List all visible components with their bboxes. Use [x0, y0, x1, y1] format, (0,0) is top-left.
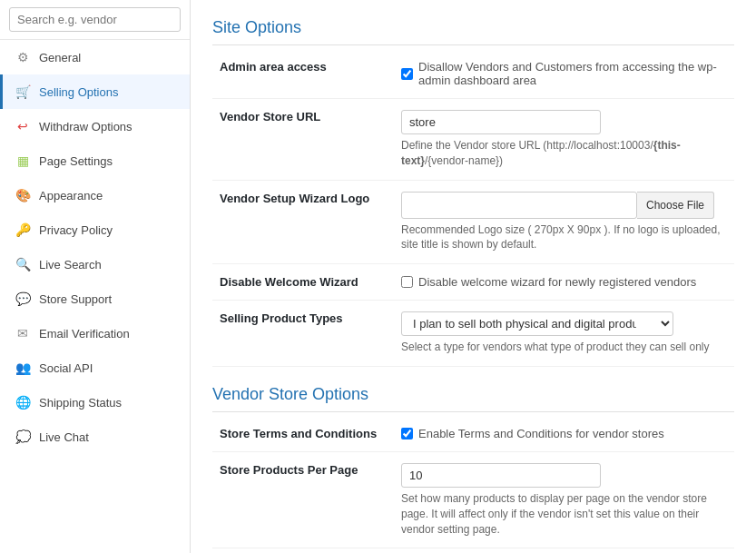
vendor-setup-logo-field: Choose File Recommended Logo size ( 270p…: [394, 180, 734, 264]
main-content: Site Options Admin area access Disallow …: [191, 0, 756, 553]
sidebar-item-label: Withdraw Options: [39, 120, 133, 133]
sidebar-item-general[interactable]: ⚙ General: [0, 40, 190, 74]
store-products-per-page-input[interactable]: [401, 463, 601, 488]
gear-icon: ⚙: [14, 48, 32, 66]
store-products-per-page-help: Set how many products to display per pag…: [401, 491, 727, 537]
choose-file-button[interactable]: Choose File: [637, 192, 714, 219]
sidebar-item-social-api[interactable]: 👥 Social API: [0, 351, 190, 385]
sidebar-item-privacy-policy[interactable]: 🔑 Privacy Policy: [0, 212, 190, 247]
sidebar-item-page-settings[interactable]: ▦ Page Settings: [0, 143, 190, 178]
store-terms-conditions-label: Store Terms and Conditions: [212, 416, 394, 452]
store-terms-checkbox-label: Enable Terms and Conditions for vendor s…: [418, 427, 664, 440]
email-icon: ✉: [14, 324, 32, 342]
vendor-setup-logo-label: Vendor Setup Wizard Logo: [212, 180, 394, 264]
enable-terms-condition-row: Enable Terms and Condition Enable Terms …: [212, 548, 734, 553]
enable-terms-condition-label: Enable Terms and Condition: [212, 548, 394, 553]
enable-terms-condition-field: Enable Terms and Condition check on regi…: [394, 548, 734, 553]
selling-product-types-select[interactable]: I plan to sell both physical and digital…: [401, 311, 673, 336]
disable-welcome-wizard-field: Disable welcome wizard for newly registe…: [394, 264, 734, 301]
sidebar-item-label: Appearance: [39, 189, 103, 202]
store-terms-checkbox[interactable]: [401, 428, 413, 439]
appearance-icon: 🎨: [14, 186, 32, 204]
vendor-store-options-title: Vendor Store Options: [212, 385, 734, 412]
sidebar-item-label: Privacy Policy: [39, 223, 113, 237]
disable-welcome-checkbox-label: Disable welcome wizard for newly registe…: [418, 275, 696, 289]
disable-welcome-checkbox[interactable]: [401, 276, 413, 288]
logo-help: Recommended Logo size ( 270px X 90px ). …: [401, 222, 727, 253]
selling-product-types-label: Selling Product Types: [212, 301, 394, 367]
sidebar-item-label: Store Support: [39, 292, 112, 306]
logo-upload-wrapper: Choose File: [401, 192, 727, 219]
vendor-store-url-row: Vendor Store URL Define the Vendor store…: [212, 99, 734, 181]
disable-welcome-checkbox-row: Disable welcome wizard for newly registe…: [401, 275, 727, 289]
admin-area-checkbox[interactable]: [401, 68, 413, 80]
sidebar-item-live-search[interactable]: 🔍 Live Search: [0, 247, 190, 281]
sidebar-item-label: Page Settings: [39, 154, 113, 168]
sidebar-item-shipping-status[interactable]: 🌐 Shipping Status: [0, 385, 190, 420]
admin-area-checkbox-row: Disallow Vendors and Customers from acce…: [401, 60, 727, 87]
cart-icon: 🛒: [14, 83, 32, 101]
vendor-setup-logo-row: Vendor Setup Wizard Logo Choose File Rec…: [212, 180, 734, 264]
store-products-per-page-field: Set how many products to display per pag…: [394, 451, 734, 548]
vendor-store-url-label: Vendor Store URL: [212, 99, 394, 181]
sidebar: ⚙ General 🛒 Selling Options ↩ Withdraw O…: [0, 0, 191, 553]
store-products-per-page-row: Store Products Per Page Set how many pro…: [212, 451, 734, 548]
privacy-icon: 🔑: [14, 221, 32, 239]
site-options-table: Admin area access Disallow Vendors and C…: [212, 49, 734, 367]
sidebar-item-appearance[interactable]: 🎨 Appearance: [0, 178, 190, 212]
sidebar-item-email-verification[interactable]: ✉ Email Verification: [0, 316, 190, 351]
chat-icon: 💭: [14, 428, 32, 446]
sidebar-item-selling-options[interactable]: 🛒 Selling Options: [0, 74, 190, 109]
selling-product-types-field: I plan to sell both physical and digital…: [394, 301, 734, 367]
store-products-per-page-label: Store Products Per Page: [212, 451, 394, 548]
selling-product-types-row: Selling Product Types I plan to sell bot…: [212, 301, 734, 367]
admin-area-checkbox-label: Disallow Vendors and Customers from acce…: [418, 60, 727, 87]
sidebar-item-label: Selling Options: [39, 85, 118, 99]
disable-welcome-wizard-row: Disable Welcome Wizard Disable welcome w…: [212, 264, 734, 301]
site-options-title: Site Options: [212, 18, 734, 45]
social-icon: 👥: [14, 359, 32, 377]
sidebar-item-label: Live Chat: [39, 430, 89, 444]
selling-type-help: Select a type for vendors what type of p…: [401, 340, 727, 355]
disable-welcome-wizard-label: Disable Welcome Wizard: [212, 264, 394, 301]
admin-area-access-field: Disallow Vendors and Customers from acce…: [394, 49, 734, 99]
vendor-store-url-field: Define the Vendor store URL (http://loca…: [394, 99, 734, 181]
store-terms-checkbox-row: Enable Terms and Conditions for vendor s…: [401, 427, 727, 440]
sidebar-item-label: Shipping Status: [39, 396, 122, 410]
vendor-store-url-input[interactable]: [401, 110, 601, 134]
support-icon: 💬: [14, 290, 32, 308]
vendor-store-url-help: Define the Vendor store URL (http://loca…: [401, 138, 727, 169]
sidebar-item-label: Social API: [39, 361, 93, 375]
sidebar-item-withdraw-options[interactable]: ↩ Withdraw Options: [0, 109, 190, 143]
page-icon: ▦: [14, 152, 32, 170]
sidebar-item-live-chat[interactable]: 💭 Live Chat: [0, 420, 190, 454]
admin-area-access-row: Admin area access Disallow Vendors and C…: [212, 49, 734, 99]
vendor-store-options-table: Store Terms and Conditions Enable Terms …: [212, 416, 734, 553]
shipping-icon: 🌐: [14, 393, 32, 411]
sidebar-item-label: Live Search: [39, 258, 102, 272]
store-terms-conditions-row: Store Terms and Conditions Enable Terms …: [212, 416, 734, 452]
withdraw-icon: ↩: [14, 117, 32, 135]
sidebar-item-store-support[interactable]: 💬 Store Support: [0, 281, 190, 316]
search-input[interactable]: [9, 7, 181, 32]
store-terms-conditions-field: Enable Terms and Conditions for vendor s…: [394, 416, 734, 452]
sidebar-search-container: [0, 0, 190, 40]
logo-file-input[interactable]: [401, 192, 637, 219]
sidebar-item-label: Email Verification: [39, 327, 130, 341]
admin-area-access-label: Admin area access: [212, 49, 394, 99]
search-icon: 🔍: [14, 255, 32, 273]
sidebar-item-label: General: [39, 51, 81, 64]
